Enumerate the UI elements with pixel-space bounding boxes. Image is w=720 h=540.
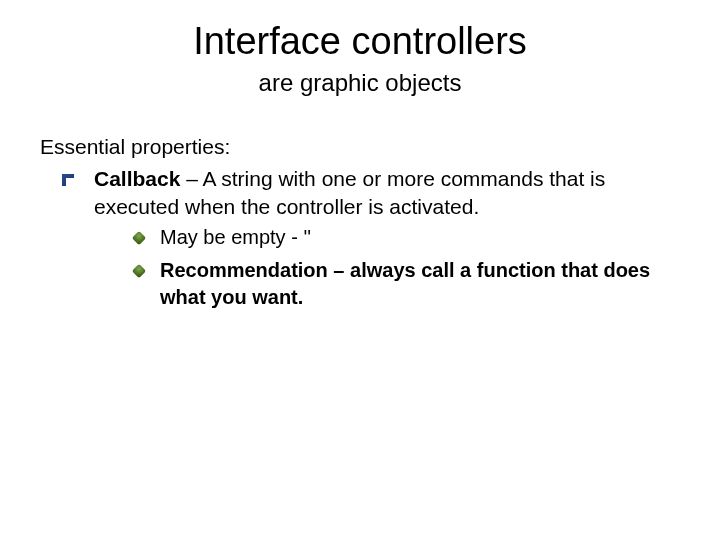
list-item: Recommendation – always call a function … <box>132 257 680 311</box>
list-item: May be empty - '' <box>132 224 680 251</box>
square-bullet-icon <box>62 174 74 186</box>
bullet-list-level-1: Callback – A string with one or more com… <box>40 165 680 311</box>
diamond-bullet-icon <box>132 231 146 245</box>
callback-text: Callback – A string with one or more com… <box>94 167 605 218</box>
sub-item-text: May be empty - '' <box>160 226 311 248</box>
diamond-bullet-icon <box>132 264 146 278</box>
intro-text: Essential properties: <box>40 135 680 159</box>
list-item: Callback – A string with one or more com… <box>62 165 680 311</box>
callback-label: Callback <box>94 167 180 190</box>
sub-item-text: Recommendation – always call a function … <box>160 259 650 308</box>
slide-subtitle: are graphic objects <box>40 69 680 97</box>
slide-title: Interface controllers <box>40 20 680 63</box>
bullet-list-level-2: May be empty - '' Recommendation – alway… <box>94 224 680 311</box>
